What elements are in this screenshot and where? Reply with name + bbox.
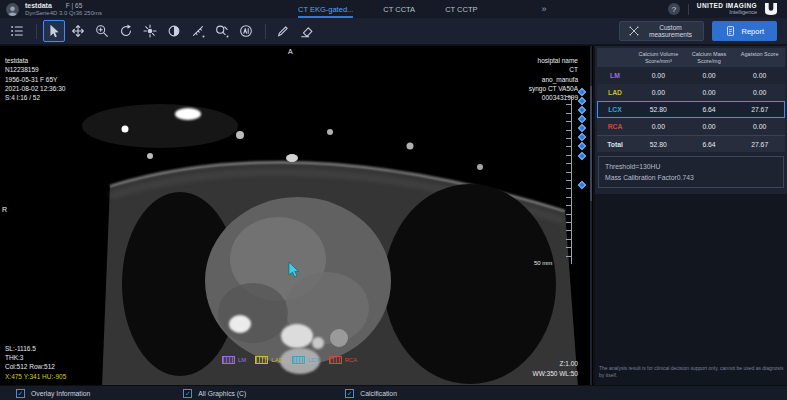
- brand-subtitle: Intelligence: [697, 9, 757, 16]
- all-graphics-toggle[interactable]: ✓ All Graphics (C): [183, 389, 246, 398]
- tab-ct-ekg-gated[interactable]: CT EKG-gated...: [298, 0, 353, 18]
- status-bar: ✓ Overlay Information ✓ All Graphics (C)…: [0, 385, 787, 400]
- rca-color-swatch: [329, 356, 342, 364]
- toolbar-right: Custom measurements Report: [619, 21, 777, 41]
- rotate-tool-icon[interactable]: [115, 20, 137, 42]
- calcium-score-panel: Calcium Volume Score/mm³ Calcium Mass Sc…: [595, 46, 787, 385]
- patient-info: testdata F | 65 DynSerie4D 3.0 Qr36 250m…: [25, 2, 102, 16]
- checkbox-calcification[interactable]: ✓: [345, 389, 354, 398]
- table-row-rca[interactable]: RCA 0.00 0.00 0.00: [597, 118, 785, 135]
- app-window: testdata F | 65 DynSerie4D 3.0 Qr36 250m…: [0, 0, 787, 400]
- more-tabs-chevron-icon[interactable]: »: [542, 0, 547, 18]
- legend-item-rca: RCA: [329, 356, 358, 364]
- checkbox-overlay-information[interactable]: ✓: [16, 389, 25, 398]
- pen-tool-icon[interactable]: [272, 20, 294, 42]
- ai-analysis-tool-icon[interactable]: [235, 20, 257, 42]
- lm-color-swatch: [222, 356, 235, 364]
- check-icon: ✓: [185, 390, 191, 397]
- legend-item-lad: LAD: [255, 356, 283, 364]
- contrast-tool-icon[interactable]: [163, 20, 185, 42]
- table-corner-cell: [597, 48, 633, 67]
- slice-scrollbar-thumb[interactable]: [590, 86, 592, 201]
- patient-avatar-icon[interactable]: [6, 3, 19, 16]
- report-button[interactable]: Report: [712, 21, 777, 41]
- scale-ruler: [566, 96, 572, 264]
- patient-sex-age: F | 65: [66, 2, 83, 9]
- brand-block: UNITED IMAGING Intelligence: [697, 2, 757, 16]
- zoom-tool-icon[interactable]: [91, 20, 113, 42]
- custom-measurements-label: Custom measurements: [645, 24, 695, 38]
- orientation-marker-anterior: A: [288, 48, 293, 55]
- checkbox-all-graphics[interactable]: ✓: [183, 389, 192, 398]
- report-icon: [725, 25, 736, 37]
- measure-tool-icon[interactable]: [187, 20, 209, 42]
- threshold-info-box: Threshold=130HU Mass Calibration Factor0…: [598, 156, 784, 188]
- header-calcium-volume: Calcium Volume Score/mm³: [633, 48, 684, 67]
- disclaimer-text: The analysis result is for clinical deci…: [599, 365, 784, 379]
- help-icon[interactable]: ?: [668, 3, 680, 15]
- report-label: Report: [741, 27, 764, 36]
- pan-tool-icon[interactable]: [67, 20, 89, 42]
- lcx-color-swatch: [292, 356, 305, 364]
- calcification-toggle[interactable]: ✓ Calcification: [345, 389, 397, 398]
- table-header-row: Calcium Volume Score/mm³ Calcium Mass Sc…: [597, 48, 785, 67]
- overlay-window-info: Z:1.00 WW:350 WL:50: [533, 359, 578, 378]
- vessel-legend: LM LAD LCX RCA: [222, 356, 357, 364]
- magnifier-annotate-tool-icon[interactable]: [211, 20, 233, 42]
- legend-item-lcx: LCX: [292, 356, 320, 364]
- window-level-tool-icon[interactable]: [139, 20, 161, 42]
- header-calcium-mass: Calcium Mass Score/mg: [684, 48, 735, 67]
- layout-list-icon[interactable]: [6, 20, 28, 42]
- lad-color-swatch: [255, 356, 268, 364]
- patient-name: testdata: [25, 2, 52, 9]
- legend-item-lm: LM: [222, 356, 246, 364]
- divider: [36, 24, 37, 39]
- united-imaging-logo-icon: [765, 3, 777, 15]
- eraser-tool-icon[interactable]: [296, 20, 318, 42]
- overlay-hu-value: X:475 Y:341 HU:-905: [5, 372, 66, 381]
- ct-axial-image[interactable]: [0, 46, 593, 385]
- header-agatston-score: Agatston Score: [734, 48, 785, 67]
- check-icon: ✓: [347, 390, 353, 397]
- calcium-score-table: Calcium Volume Score/mm³ Calcium Mass Sc…: [597, 48, 785, 152]
- threshold-value: Threshold=130HU: [605, 161, 777, 172]
- toolbar: Custom measurements Report: [0, 18, 787, 45]
- orientation-marker-right: R: [2, 206, 7, 213]
- custom-measurements-icon: [628, 25, 640, 37]
- score-table-section: Calcium Volume Score/mm³ Calcium Mass Sc…: [595, 46, 787, 194]
- table-row-total[interactable]: Total 52.80 6.64 27.67: [597, 135, 785, 152]
- divider: [688, 4, 689, 15]
- brand-name: UNITED IMAGING: [697, 2, 757, 9]
- overlay-information-toggle[interactable]: ✓ Overlay Information: [16, 389, 90, 398]
- check-icon: ✓: [18, 390, 24, 397]
- study-tabs: CT EKG-gated... CT CCTA CT CCTP »: [298, 0, 547, 18]
- overlay-patient-info: testdata N12238159 1956-05-31 F 65Y 2021…: [5, 56, 65, 102]
- pointer-tool-icon[interactable]: [43, 20, 65, 42]
- divider: [265, 24, 266, 39]
- mass-calibration-factor: Mass Calibration Factor0.743: [605, 172, 777, 183]
- table-row-lm[interactable]: LM 0.00 0.00 0.00: [597, 67, 785, 84]
- ct-viewport[interactable]: testdata N12238159 1956-05-31 F 65Y 2021…: [0, 46, 593, 385]
- series-description: DynSerie4D 3.0 Qr36 250ms: [25, 10, 102, 16]
- scale-ruler-label: 50 mm: [534, 260, 552, 266]
- custom-measurements-button[interactable]: Custom measurements: [619, 21, 704, 41]
- tab-ct-ccta[interactable]: CT CCTA: [383, 0, 415, 18]
- tab-ct-cctp[interactable]: CT CCTP: [445, 0, 477, 18]
- top-bar: testdata F | 65 DynSerie4D 3.0 Qr36 250m…: [0, 0, 787, 18]
- table-row-lad[interactable]: LAD 0.00 0.00 0.00: [597, 84, 785, 101]
- table-row-lcx[interactable]: LCX 52.80 6.64 27.67: [597, 101, 785, 118]
- top-bar-right: ? UNITED IMAGING Intelligence: [668, 0, 777, 18]
- overlay-slice-info: SL:-1116.5 THK:3 Col:512 Row:512 X:475 Y…: [5, 344, 66, 381]
